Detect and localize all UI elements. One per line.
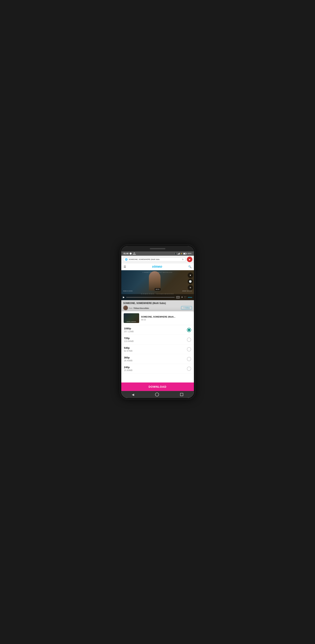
- sheet-thumb-text: SOMEONE, SOMEWHERE: [124, 321, 138, 322]
- sheet-thumbnail: SOMEONE, SOMEWHERE: [124, 313, 139, 323]
- lightning-icon: ⚡: [180, 253, 182, 254]
- quality-label-720p: 720p: [124, 337, 134, 340]
- settings-button[interactable]: ⚙: [181, 296, 183, 298]
- vimeo-navbar: ☰ vimeo 🔍: [121, 263, 194, 270]
- vimeo-watermark: vimeo: [188, 296, 192, 298]
- quality-option-240p[interactable]: 240p15.80MB: [121, 364, 194, 374]
- hamburger-menu-icon[interactable]: ☰: [124, 265, 126, 268]
- quality-label-1080p: 1080p: [124, 327, 134, 330]
- radio-720p[interactable]: [187, 338, 191, 342]
- video-title: SOMEONE, SOMEWHERE (Multi Subs): [123, 302, 192, 304]
- from-label: from: [129, 307, 133, 309]
- quality-option-720p[interactable]: 720p110.84MB: [121, 335, 194, 344]
- actor2-name: JEREMY McCLAIN: [182, 290, 192, 292]
- sheet-info: SOMEONE, SOMEWHERE (Multi... 06:53: [141, 316, 192, 321]
- quality-size-1080p: 257.12MB: [124, 330, 134, 333]
- heart-icon: ♥: [190, 274, 191, 277]
- like-button[interactable]: ♥: [188, 272, 193, 278]
- video-author-row: from Thibaut Buccellato + Follow: [123, 306, 192, 310]
- back-button[interactable]: ◀: [132, 393, 134, 396]
- share-button[interactable]: ✈: [188, 285, 193, 290]
- author-avatar: [123, 306, 128, 310]
- quality-size-720p: 110.84MB: [124, 340, 134, 342]
- vibrate-icon: 📳: [175, 252, 177, 254]
- author-info: from Thibaut Buccellato: [123, 306, 149, 310]
- video-player[interactable]: A SHORT FILM BY THIBAUT BUCCELLATO REBEC…: [121, 270, 194, 300]
- quality-option-360p[interactable]: 360p28.45MB: [121, 354, 194, 364]
- play-icon: ▶: [189, 258, 191, 260]
- notch-area: [121, 246, 194, 252]
- sheet-preview: SOMEONE, SOMEWHERE SOMEONE, SOMEWHERE (M…: [121, 311, 194, 325]
- radio-360p[interactable]: [187, 357, 191, 361]
- phone-device: 01:08 21 KB/s 📳 ⚡: [120, 244, 195, 400]
- quality-option-540p[interactable]: 540p62.97MB: [121, 344, 194, 354]
- radio-inner-1080p: [188, 329, 190, 331]
- quality-label-360p: 360p: [124, 356, 133, 359]
- notch: [150, 248, 165, 249]
- search-icon[interactable]: 🔍: [188, 265, 192, 268]
- play-pause-icon[interactable]: ▶: [123, 296, 125, 298]
- quality-list: 1080p257.12MB720p110.84MB540p62.97MB360p…: [121, 325, 194, 382]
- sheet-title: SOMEONE, SOMEWHERE (Multi...: [141, 316, 192, 318]
- browser-bar: 🌐 SOMEONE, SOMEWHERE (Multi Subs ↻ ▶: [121, 256, 194, 263]
- browser-play-button[interactable]: ▶: [187, 257, 192, 262]
- quality-size-540p: 62.97MB: [124, 350, 133, 352]
- reload-icon[interactable]: ↻: [182, 258, 184, 260]
- quality-size-360p: 28.45MB: [124, 360, 133, 362]
- video-side-buttons: ♥ 🕐 ✈: [188, 272, 193, 290]
- status-left: 01:08 21 KB/s: [124, 252, 136, 255]
- status-time: 01:08: [124, 252, 129, 255]
- system-nav-bar: ◀: [121, 391, 194, 398]
- author-text-block: from Thibaut Buccellato: [129, 306, 149, 310]
- globe-icon: 🌐: [125, 258, 128, 261]
- follow-button[interactable]: + Follow: [181, 306, 192, 310]
- vimeo-logo[interactable]: vimeo: [152, 264, 162, 269]
- wifi-icon: [178, 252, 180, 254]
- recents-button[interactable]: [180, 393, 183, 396]
- status-right: 📳 ⚡ 80%: [175, 252, 191, 254]
- expand-button[interactable]: ⛶: [184, 296, 186, 298]
- status-bar: 01:08 21 KB/s 📳 ⚡: [121, 252, 194, 256]
- quality-size-240p: 15.80MB: [124, 369, 133, 372]
- battery-indicator: [183, 253, 187, 254]
- url-bar[interactable]: 🌐 SOMEONE, SOMEWHERE (Multi Subs ↻: [123, 257, 186, 262]
- share-icon: ✈: [189, 286, 191, 289]
- author-name: Thibaut Buccellato: [133, 307, 149, 309]
- quality-label-240p: 240p: [124, 366, 133, 369]
- phone-screen: 01:08 21 KB/s 📳 ⚡: [121, 246, 194, 398]
- video-timestamp: 06:53: [154, 288, 160, 290]
- network-speed: 21 KB/s: [133, 252, 136, 255]
- radio-540p[interactable]: [187, 347, 191, 352]
- battery-percent: 80%: [188, 252, 191, 254]
- recording-icon: [130, 252, 132, 254]
- cc-button[interactable]: CC: [176, 296, 180, 298]
- home-button[interactable]: [155, 392, 159, 396]
- quality-option-1080p[interactable]: 1080p257.12MB: [121, 325, 194, 335]
- quality-label-540p: 540p: [124, 346, 133, 349]
- download-button[interactable]: DOWNLOAD: [121, 382, 194, 391]
- actor1-name: REBECCA DAYAN: [123, 290, 133, 292]
- quality-bottom-sheet: SOMEONE, SOMEWHERE SOMEONE, SOMEWHERE (M…: [121, 311, 194, 391]
- watch-later-button[interactable]: 🕐: [188, 279, 193, 284]
- follow-label: + Follow: [183, 307, 190, 309]
- sheet-duration: 06:53: [141, 319, 192, 321]
- progress-bar[interactable]: [126, 297, 175, 298]
- video-info-section: SOMEONE, SOMEWHERE (Multi Subs) from Thi…: [121, 300, 194, 311]
- clock-icon: 🕐: [189, 280, 192, 283]
- radio-240p[interactable]: [187, 366, 191, 371]
- radio-1080p[interactable]: [187, 328, 191, 332]
- player-controls: ▶ CC ⚙ ⛶ vimeo: [121, 294, 194, 300]
- url-text: SOMEONE, SOMEWHERE (Multi Subs: [129, 258, 181, 260]
